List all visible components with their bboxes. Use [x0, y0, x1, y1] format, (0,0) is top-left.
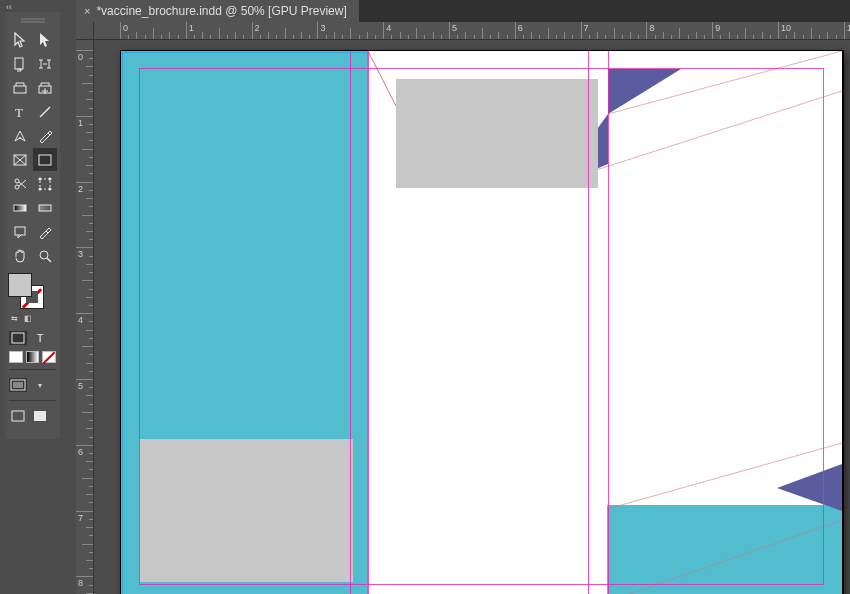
- screen-mode-normal[interactable]: [9, 409, 27, 423]
- svg-point-17: [39, 187, 42, 190]
- red-edge-top-1: [368, 51, 396, 106]
- purple-triangle-top[interactable]: [608, 69, 681, 114]
- svg-point-22: [40, 251, 48, 259]
- column-guide-4: [608, 51, 609, 594]
- selection-tool[interactable]: [8, 28, 32, 51]
- apply-gradient[interactable]: [26, 351, 40, 363]
- workspace: 01234567891011 012345678: [76, 22, 850, 594]
- svg-rect-0: [15, 58, 23, 69]
- svg-text:T: T: [15, 105, 23, 120]
- document-tab[interactable]: × *vaccine_brochure.indd @ 50% [GPU Prev…: [76, 0, 359, 22]
- ruler-h-label: 3: [320, 23, 325, 33]
- ruler-h-label: 8: [649, 23, 654, 33]
- fill-stroke-swatch[interactable]: ⇆ ◧: [5, 269, 60, 313]
- toolbox-panel: T: [5, 12, 60, 439]
- tool-grid: T: [5, 24, 60, 269]
- swap-fill-stroke-icon[interactable]: ⇆: [11, 314, 18, 323]
- gap-tool[interactable]: [33, 52, 57, 75]
- note-tool[interactable]: [8, 220, 32, 243]
- content-placer-tool[interactable]: [33, 76, 57, 99]
- screen-mode-preview[interactable]: [31, 409, 49, 423]
- column-guide-1: [350, 51, 351, 594]
- svg-line-4: [40, 107, 50, 117]
- ruler-h-label: 1: [189, 23, 194, 33]
- svg-rect-24: [12, 333, 24, 343]
- toolbox-grip[interactable]: [5, 14, 60, 24]
- ruler-h-label: 5: [452, 23, 457, 33]
- rectangle-tool[interactable]: [33, 148, 57, 171]
- content-collector-tool[interactable]: [8, 76, 32, 99]
- svg-point-5: [19, 137, 21, 139]
- ruler-v-label: 6: [78, 447, 83, 457]
- ruler-v-label: 4: [78, 315, 83, 325]
- horizontal-ruler[interactable]: 01234567891011: [94, 22, 850, 40]
- svg-rect-26: [13, 382, 23, 388]
- fill-swatch[interactable]: [8, 273, 32, 297]
- eyedropper-tool[interactable]: [33, 220, 57, 243]
- ruler-h-label: 0: [123, 23, 128, 33]
- hand-tool[interactable]: [8, 244, 32, 267]
- svg-point-10: [15, 185, 19, 189]
- ruler-origin[interactable]: [76, 22, 94, 40]
- formatting-affects-row: T: [5, 327, 60, 349]
- pencil-tool[interactable]: [33, 124, 57, 147]
- ruler-v-label: 2: [78, 184, 83, 194]
- close-tab-icon[interactable]: ×: [84, 5, 90, 17]
- default-fill-stroke-icon[interactable]: ◧: [24, 314, 32, 323]
- document-tab-title: *vaccine_brochure.indd @ 50% [GPU Previe…: [96, 4, 346, 18]
- direct-selection-tool[interactable]: [33, 28, 57, 51]
- grey-image-frame-top[interactable]: [396, 79, 598, 188]
- line-tool[interactable]: [33, 100, 57, 123]
- screen-mode-row: [5, 405, 60, 427]
- svg-point-18: [49, 187, 52, 190]
- red-edge-bottom-1: [607, 443, 842, 509]
- svg-rect-1: [14, 86, 26, 93]
- ruler-v-label: 3: [78, 249, 83, 259]
- ruler-v-label: 1: [78, 118, 83, 128]
- ruler-v-label: 8: [78, 578, 83, 588]
- free-transform-tool[interactable]: [33, 172, 57, 195]
- page-artboard: [121, 51, 842, 594]
- ruler-h-label: 4: [386, 23, 391, 33]
- ruler-v-label: 0: [78, 52, 83, 62]
- ruler-h-label: 7: [584, 23, 589, 33]
- purple-triangle-bottom[interactable]: [777, 464, 842, 511]
- svg-rect-9: [39, 155, 51, 165]
- scissors-tool[interactable]: [8, 172, 32, 195]
- normal-view-mode[interactable]: [9, 378, 27, 392]
- svg-rect-27: [12, 411, 24, 421]
- formatting-affects-text[interactable]: T: [31, 331, 49, 345]
- color-apply-row: [5, 349, 60, 365]
- vertical-ruler[interactable]: 012345678: [76, 40, 94, 594]
- canvas[interactable]: [94, 40, 850, 594]
- column-guide-2: [368, 51, 369, 594]
- collapse-panels-chevron[interactable]: ‹‹: [6, 2, 12, 12]
- ruler-h-label: 2: [255, 23, 260, 33]
- svg-point-16: [49, 177, 52, 180]
- gradient-swatch-tool[interactable]: [8, 196, 32, 219]
- ruler-h-label: 9: [715, 23, 720, 33]
- ruler-v-label: 7: [78, 513, 83, 523]
- ruler-h-label: 10: [781, 23, 791, 33]
- teal-panel-bottom-right[interactable]: [607, 505, 842, 594]
- view-mode-row: ▾: [5, 374, 60, 396]
- type-tool[interactable]: T: [8, 100, 32, 123]
- apply-none[interactable]: [42, 351, 56, 363]
- gradient-feather-tool[interactable]: [33, 196, 57, 219]
- apply-color[interactable]: [9, 351, 23, 363]
- svg-rect-19: [14, 205, 26, 211]
- zoom-tool[interactable]: [33, 244, 57, 267]
- svg-rect-21: [15, 227, 25, 235]
- page-tool[interactable]: [8, 52, 32, 75]
- rectangle-frame-tool[interactable]: [8, 148, 32, 171]
- grey-image-frame-bottom[interactable]: [139, 439, 353, 582]
- ruler-v-label: 5: [78, 381, 83, 391]
- svg-rect-14: [40, 179, 50, 189]
- pen-tool[interactable]: [8, 124, 32, 147]
- formatting-affects-container[interactable]: [9, 331, 27, 345]
- svg-line-23: [47, 258, 51, 262]
- column-guide-3: [588, 51, 589, 594]
- page-spread[interactable]: [120, 50, 844, 594]
- svg-point-15: [39, 177, 42, 180]
- preview-view-mode[interactable]: ▾: [31, 378, 49, 392]
